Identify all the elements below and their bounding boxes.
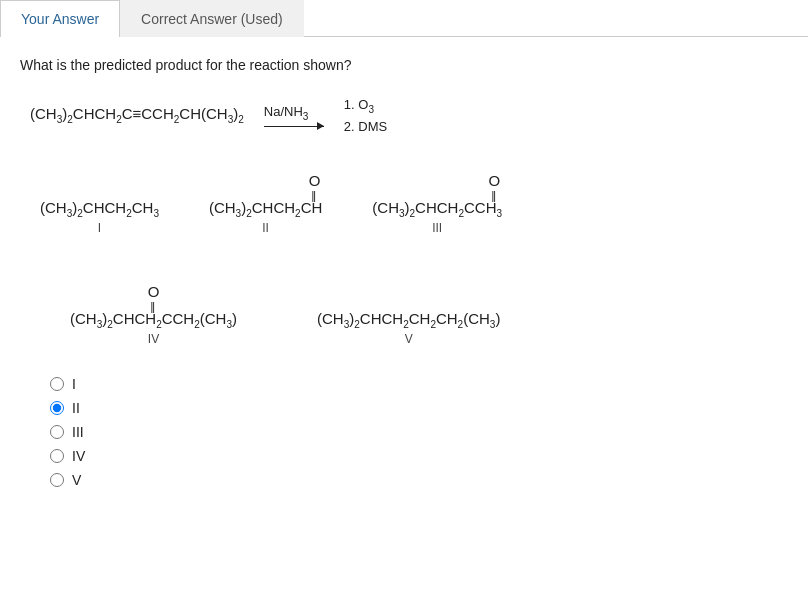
reagent-formula: (CH3)2CHCH2C≡CCH2CH(CH3)2 <box>30 105 244 125</box>
option-V-radio[interactable] <box>50 473 64 487</box>
carbonyl-IV: O ‖ <box>148 284 160 313</box>
product-III: O ‖ (CH3)2CHCH2CCH3 III <box>372 199 502 235</box>
tab-your-answer[interactable]: Your Answer <box>0 0 120 37</box>
condition-step1: 1. O3 <box>344 97 387 115</box>
carbonyl-III: O ‖ <box>488 173 500 202</box>
question-text: What is the predicted product for the re… <box>20 57 788 73</box>
option-V-label: V <box>72 472 81 488</box>
product-V: (CH3)2CHCH2CH2CH2(CH3) V <box>317 310 500 346</box>
option-II-label: II <box>72 400 80 416</box>
product-III-formula-wrapper: O ‖ (CH3)2CHCH2CCH3 <box>372 199 502 219</box>
oxygen-III: O <box>488 173 500 190</box>
option-I-label: I <box>72 376 76 392</box>
tab-correct-answer[interactable]: Correct Answer (Used) <box>120 0 304 37</box>
product-IV-formula-wrapper: O ‖ (CH3)2CHCH2CCH2(CH3) <box>70 310 237 330</box>
option-IV-label: IV <box>72 448 85 464</box>
options-section: I II III IV V <box>20 376 788 488</box>
option-III-label: III <box>72 424 84 440</box>
condition-above: Na/NH3 <box>264 104 309 122</box>
conditions-right: 1. O3 2. DMS <box>344 97 387 134</box>
product-IV-label: IV <box>148 332 159 346</box>
product-I-formula: (CH3)2CHCH2CH3 <box>40 199 159 219</box>
double-bond-IV: ‖ <box>150 300 156 312</box>
product-IV: O ‖ (CH3)2CHCH2CCH2(CH3) IV <box>70 310 237 346</box>
product-II-label: II <box>262 221 269 235</box>
products-row-2: O ‖ (CH3)2CHCH2CCH2(CH3) IV (CH3)2CHCH2C… <box>20 275 788 346</box>
option-II-item: II <box>50 400 788 416</box>
oxygen-IV: O <box>148 284 160 301</box>
option-III-radio[interactable] <box>50 425 64 439</box>
product-V-formula: (CH3)2CHCH2CH2CH2(CH3) <box>317 310 500 330</box>
tabs-container: Your Answer Correct Answer (Used) <box>0 0 808 37</box>
product-V-label: V <box>405 332 413 346</box>
product-III-formula: (CH3)2CHCH2CCH3 <box>372 199 502 216</box>
option-IV-radio[interactable] <box>50 449 64 463</box>
product-II: O ‖ (CH3)2CHCH2CH II <box>209 199 322 235</box>
main-content: What is the predicted product for the re… <box>0 37 808 508</box>
reaction-row: (CH3)2CHCH2C≡CCH2CH(CH3)2 Na/NH3 1. O3 2… <box>20 97 788 134</box>
products-row-1: (CH3)2CHCH2CH3 I O ‖ (CH3)2CHCH2CH II O <box>20 164 788 235</box>
reaction-arrow <box>264 126 324 127</box>
option-I-radio[interactable] <box>50 377 64 391</box>
product-II-formula-wrapper: O ‖ (CH3)2CHCH2CH <box>209 199 322 219</box>
option-V-item: V <box>50 472 788 488</box>
product-I: (CH3)2CHCH2CH3 I <box>40 199 159 235</box>
option-III-item: III <box>50 424 788 440</box>
product-I-label: I <box>98 221 101 235</box>
product-II-formula: (CH3)2CHCH2CH <box>209 199 322 216</box>
option-I-item: I <box>50 376 788 392</box>
oxygen-II: O <box>309 173 321 190</box>
double-bond-II: ‖ <box>311 189 317 201</box>
carbonyl-II: O ‖ <box>309 173 321 202</box>
reaction-arrow-section: Na/NH3 <box>264 104 324 127</box>
product-III-label: III <box>432 221 442 235</box>
option-IV-item: IV <box>50 448 788 464</box>
option-II-radio[interactable] <box>50 401 64 415</box>
condition-step2: 2. DMS <box>344 119 387 134</box>
double-bond-III: ‖ <box>491 189 497 201</box>
